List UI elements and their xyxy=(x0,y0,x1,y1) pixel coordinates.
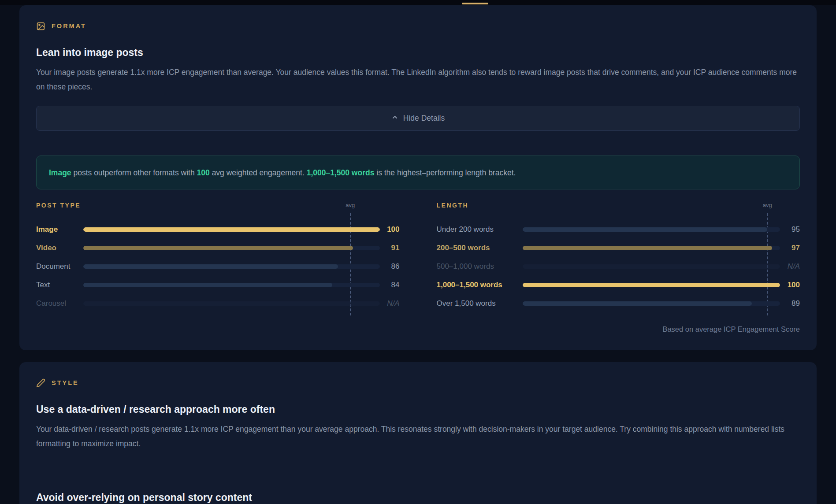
callout-segment: posts outperform other formats with xyxy=(71,168,197,177)
row-label: 1,000–1,500 words xyxy=(437,281,523,289)
bar-track xyxy=(523,264,780,269)
row-label: Carousel xyxy=(36,299,83,308)
chart-row-document: Document86 xyxy=(36,257,400,276)
row-label: 500–1,000 words xyxy=(437,262,523,271)
chart-row-under-200-words: Under 200 words95 xyxy=(437,220,800,239)
chart-title: POST TYPE xyxy=(36,202,400,211)
bar-fill xyxy=(523,227,767,232)
bar-fill xyxy=(83,283,332,287)
avg-label: avg xyxy=(763,202,772,208)
recommendation-title-2: Avoid over-relying on personal story con… xyxy=(36,491,800,504)
callout-highlight: Image xyxy=(49,168,71,177)
row-value: 97 xyxy=(780,244,800,252)
row-label: Video xyxy=(36,244,83,252)
chart-plot: avg Under 200 words95200–500 words97500–… xyxy=(437,220,800,313)
recommendation-title: Lean into image posts xyxy=(36,46,800,59)
chart-footnote: Based on average ICP Engagement Score xyxy=(36,325,800,334)
callout-segment: avg weighted engagement. xyxy=(210,168,307,177)
chart-rows: Under 200 words95200–500 words97500–1,00… xyxy=(437,220,800,313)
bar-track xyxy=(523,246,780,250)
recommendation-title: Use a data-driven / research approach mo… xyxy=(36,403,800,416)
bar-fill xyxy=(523,246,773,250)
charts-row: POST TYPE avg Image100Video91Document86T… xyxy=(36,202,800,313)
hide-details-label: Hide Details xyxy=(403,114,445,123)
chart-row-text: Text84 xyxy=(36,276,400,294)
callout-highlight: 100 xyxy=(197,168,210,177)
row-label: Under 200 words xyxy=(437,225,523,234)
row-value: 89 xyxy=(780,299,800,308)
bar-fill xyxy=(83,264,338,269)
page-content: FORMAT Lean into image posts Your image … xyxy=(19,5,817,504)
length-chart: LENGTH avg Under 200 words95200–500 word… xyxy=(437,202,800,313)
bar-track xyxy=(523,301,780,306)
bar-track xyxy=(523,283,780,287)
post-type-chart: POST TYPE avg Image100Video91Document86T… xyxy=(36,202,400,313)
bar-track xyxy=(523,227,780,232)
top-tab-bar-edge xyxy=(0,0,836,5)
row-value: 91 xyxy=(380,244,400,252)
avg-label: avg xyxy=(346,202,355,208)
recommendation-description: Your image posts generate 1.1x more ICP … xyxy=(36,65,800,94)
row-value: 100 xyxy=(780,281,800,289)
style-section-header: STYLE xyxy=(36,378,800,388)
row-label: Over 1,500 words xyxy=(437,299,523,308)
callout-text: Image posts outperform other formats wit… xyxy=(49,167,516,178)
callout-segment: is the highest–performing length bracket… xyxy=(374,168,516,177)
style-card: STYLE Use a data-driven / research appro… xyxy=(19,362,817,504)
active-tab-indicator xyxy=(462,3,488,4)
chart-row-carousel: CarouselN/A xyxy=(36,294,400,313)
row-label: 200–500 words xyxy=(437,244,523,252)
chart-row-500-1-000-words: 500–1,000 wordsN/A xyxy=(437,257,800,276)
row-value: 100 xyxy=(380,225,400,234)
bar-track xyxy=(83,246,380,250)
row-value: 95 xyxy=(780,225,800,234)
chart-row-200-500-words: 200–500 words97 xyxy=(437,239,800,257)
row-label: Image xyxy=(36,225,83,234)
pencil-icon xyxy=(36,378,45,388)
row-value: 84 xyxy=(380,281,400,289)
callout-highlight: 1,000–1,500 words xyxy=(307,168,375,177)
chart-row-image: Image100 xyxy=(36,220,400,239)
hide-details-button[interactable]: Hide Details xyxy=(36,106,800,131)
bar-track xyxy=(83,283,380,287)
chart-row-over-1-500-words: Over 1,500 words89 xyxy=(437,294,800,313)
row-value: N/A xyxy=(380,299,400,308)
chart-rows: Image100Video91Document86Text84CarouselN… xyxy=(36,220,400,313)
chart-title: LENGTH xyxy=(437,202,800,211)
row-value: 86 xyxy=(380,262,400,271)
format-card: FORMAT Lean into image posts Your image … xyxy=(19,5,817,350)
bar-track xyxy=(83,227,380,232)
recommendation-description: Your data-driven / research posts genera… xyxy=(36,422,800,451)
bar-track xyxy=(83,301,380,306)
row-value: N/A xyxy=(780,262,800,271)
chart-row-video: Video91 xyxy=(36,239,400,257)
chart-row-1-000-1-500-words: 1,000–1,500 words100 xyxy=(437,276,800,294)
row-label: Document xyxy=(36,262,83,271)
bar-fill xyxy=(523,283,780,287)
bar-track xyxy=(83,264,380,269)
bar-fill xyxy=(83,227,380,232)
insight-callout: Image posts outperform other formats wit… xyxy=(36,156,800,189)
section-label: STYLE xyxy=(52,379,79,386)
image-icon xyxy=(36,22,45,31)
section-label: FORMAT xyxy=(52,22,86,30)
bar-fill xyxy=(83,246,353,250)
chevron-up-icon xyxy=(391,114,398,123)
format-section-header: FORMAT xyxy=(36,21,800,31)
chart-plot: avg Image100Video91Document86Text84Carou… xyxy=(36,220,400,313)
bar-fill xyxy=(523,301,752,306)
row-label: Text xyxy=(36,281,83,289)
